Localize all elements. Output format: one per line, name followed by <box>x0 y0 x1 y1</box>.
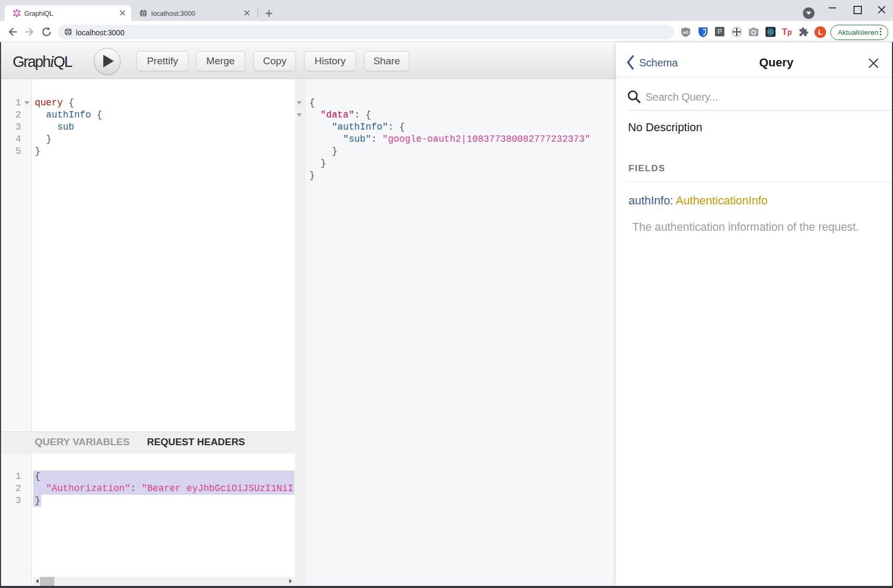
svg-text:uO: uO <box>683 30 689 35</box>
